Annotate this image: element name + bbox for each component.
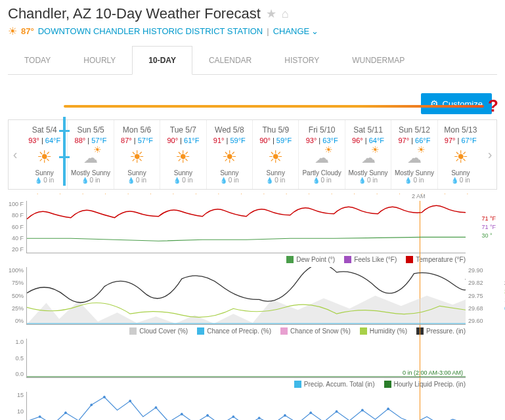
sun-icon: ☀ (175, 147, 190, 167)
prev-days-arrow[interactable]: ‹ (9, 120, 22, 189)
precip-chart: 1.00.50.0 0 in (2:00 AM-3:00 AM) (26, 339, 466, 378)
day-column[interactable]: Fri 5/1093° | 63°F☁☀Partly Cloudy💧0 in (299, 120, 345, 189)
precip-zero-label: 0 in (2:00 AM-3:00 AM) (403, 369, 463, 376)
station-link[interactable]: DOWNTOWN CHANDLER HISTORIC DISTRICT STAT… (38, 26, 263, 36)
legend-swatch (129, 327, 137, 335)
day-date: Fri 5/10 (300, 125, 343, 135)
raindrop-icon: 💧 (220, 177, 227, 184)
raindrop-icon: 💧 (359, 177, 366, 184)
customize-button[interactable]: ⚙ Customize (421, 93, 492, 114)
change-label: CHANGE (273, 26, 310, 36)
sunrise-dots-row: ···················· (26, 191, 479, 197)
sun-icon: ☀ (37, 147, 52, 167)
tab-wundermap[interactable]: WUNDERMAP (336, 46, 421, 75)
current-temp: 87° (21, 26, 34, 36)
day-condition: Partly Cloudy (300, 169, 343, 177)
svg-point-1 (64, 412, 66, 414)
day-column[interactable]: Mon 5/687° | 57°F☀Sunny💧0 in (114, 120, 160, 189)
legend-item: Humidity (%) (360, 327, 407, 335)
svg-point-12 (336, 411, 338, 413)
legend-item: Chance of Precip. (%) (197, 327, 271, 335)
raindrop-icon: 💧 (127, 177, 135, 184)
tab-today[interactable]: TODAY (8, 46, 67, 75)
day-condition: Sunny (116, 169, 158, 177)
legend-swatch (280, 327, 288, 335)
day-date: Mon 5/13 (439, 125, 482, 135)
legend-swatch (360, 327, 367, 335)
favorite-star-icon[interactable]: ★ (266, 7, 276, 21)
day-temps: 97° | 67°F (439, 136, 482, 144)
daily-forecast-row: ‹ Sat 5/493° | 64°F☀Sunny💧0 inSun 5/588°… (8, 119, 497, 190)
day-column[interactable]: Wed 5/891° | 59°F☀Sunny💧0 in (207, 120, 253, 189)
raindrop-icon: 💧 (313, 177, 320, 184)
day-precip: 💧0 in (69, 177, 112, 184)
day-precip: 💧0 in (23, 177, 66, 184)
tab-calendar[interactable]: CALENDAR (192, 46, 268, 75)
svg-point-10 (284, 415, 286, 417)
day-condition: Mostly Sunny (69, 169, 112, 177)
svg-point-5 (155, 407, 157, 409)
day-temps: 93° | 64°F (23, 136, 66, 144)
svg-point-13 (361, 410, 363, 411)
day-precip: 💧0 in (393, 177, 435, 184)
sun-icon: ☀ (222, 147, 237, 167)
legend-item: Precip. Accum. Total (in) (294, 381, 375, 388)
day-date: Sun 5/12 (393, 125, 435, 135)
legend-swatch (344, 256, 351, 263)
home-icon[interactable]: ⌂ (282, 7, 289, 21)
svg-point-7 (207, 415, 209, 417)
time-marker-label: 2 AM (412, 193, 426, 200)
tab-10-day[interactable]: 10-DAY (132, 46, 192, 75)
day-date: Wed 5/8 (208, 125, 251, 135)
legend-swatch (406, 256, 413, 263)
legend-swatch (197, 327, 204, 335)
day-precip: 💧0 in (208, 177, 251, 184)
legend-item: Pressure. (in) (416, 327, 466, 335)
temp-plot (27, 201, 466, 253)
day-column[interactable]: Sun 5/1297° | 66°F☁☀Mostly Sunny💧0 in (391, 120, 437, 189)
forecast-content: ? ⚙ Customize ‹ Sat 5/493° | 64°F☀Sunny💧… (0, 80, 505, 420)
day-temps: 87° | 57°F (116, 136, 158, 144)
humidity-legend: Cloud Cover (%)Chance of Precip. (%)Chan… (8, 327, 466, 335)
day-condition: Sunny (162, 169, 204, 177)
wind-y-axis: 15105 (9, 392, 26, 420)
tab-hourly[interactable]: HOURLY (67, 46, 132, 75)
partly-cloudy-icon: ☁☀ (83, 147, 98, 167)
legend-swatch (384, 381, 391, 388)
annotation-orange-line (64, 105, 484, 108)
precip-y-axis: 1.00.50.0 (9, 339, 26, 377)
next-days-arrow[interactable]: › (483, 120, 496, 189)
day-column[interactable]: Mon 5/1397° | 67°F☀Sunny💧0 in (438, 120, 483, 189)
legend-item: Chance of Snow (%) (280, 327, 351, 335)
legend-swatch (286, 256, 294, 263)
day-column[interactable]: Tue 5/790° | 61°F☀Sunny💧0 in (160, 120, 206, 189)
day-column[interactable]: Thu 5/990° | 59°F☀Sunny💧0 in (253, 120, 299, 189)
wind-chart-block: 15105 6 mph from SSE (8, 392, 497, 420)
pressure-r-axis: 29.9029.8229.7529.6829.60 (468, 267, 494, 324)
humidity-chart-block: 100%75%50%25%0% 29.9029.8229.7529.6829.6… (8, 267, 497, 335)
svg-point-11 (310, 412, 312, 414)
partly-cloudy-icon: ☁☀ (361, 147, 376, 167)
svg-point-9 (258, 417, 260, 419)
day-date: Thu 5/9 (254, 125, 297, 135)
wind-plot (27, 392, 466, 420)
tab-history[interactable]: HISTORY (268, 46, 336, 75)
change-station-link[interactable]: CHANGE ⌄ (273, 26, 319, 36)
day-condition: Sunny (254, 169, 297, 177)
raindrop-icon: 💧 (35, 177, 42, 184)
day-date: Tue 5/7 (162, 125, 204, 135)
nav-tabs: TODAYHOURLY10-DAYCALENDARHISTORYWUNDERMA… (8, 45, 497, 75)
day-precip: 💧0 in (162, 177, 204, 184)
humidity-y-axis: 100%75%50%25%0% (9, 267, 26, 324)
day-column[interactable]: Sat 5/1196° | 64°F☁☀Mostly Sunny💧0 in (345, 120, 391, 189)
sun-icon: ☀ (129, 147, 144, 167)
day-temps: 96° | 64°F (347, 136, 389, 144)
day-temps: 91° | 59°F (208, 136, 251, 144)
wind-chart: 15105 6 mph from SSE (26, 392, 466, 420)
humidity-chart: 100%75%50%25%0% 29.9029.8229.7529.6829.6… (26, 267, 466, 325)
raindrop-icon: 💧 (405, 177, 412, 184)
divider: | (267, 26, 269, 36)
day-column[interactable]: Sun 5/588° | 57°F☁☀Mostly Sunny💧0 in (68, 120, 114, 189)
day-date: Mon 5/6 (116, 125, 158, 135)
day-temps: 90° | 59°F (254, 136, 297, 144)
